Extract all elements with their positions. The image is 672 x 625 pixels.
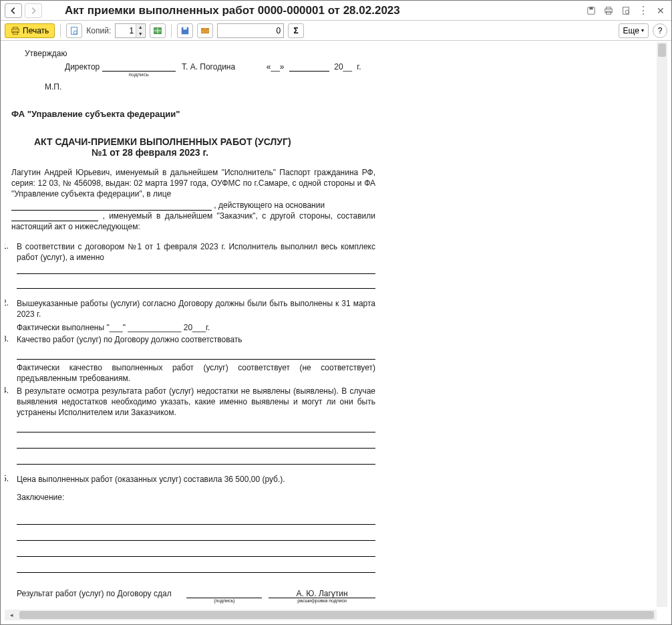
- date-year-prefix: 20__: [334, 62, 352, 72]
- approve-label: Утверждаю: [11, 49, 626, 58]
- document-viewport: Утверждаю Директор подпись Т. А. Погодин…: [5, 42, 667, 620]
- sum-button[interactable]: Σ: [288, 23, 304, 38]
- nav-forward-button[interactable]: [25, 3, 42, 18]
- org-name: ФА "Управление субъекта федерации": [11, 109, 626, 119]
- stamp-mp: М.П.: [11, 82, 626, 92]
- titlebar: Акт приемки выполненных работ 0000-00000…: [1, 1, 671, 21]
- page-title: Акт приемки выполненных работ 0000-00000…: [65, 4, 584, 17]
- template-button[interactable]: [150, 23, 166, 38]
- conclusion-label: Заключение:: [17, 493, 375, 502]
- svg-point-6: [625, 10, 629, 13]
- director-line: Директор подпись Т. А. Погодина «__» 20_…: [11, 62, 626, 72]
- kebab-icon[interactable]: ⋮: [637, 4, 650, 17]
- nav-back-button[interactable]: [5, 3, 22, 18]
- preview-icon[interactable]: [619, 4, 633, 17]
- chevron-down-icon: ▾: [641, 27, 644, 33]
- svg-rect-16: [184, 27, 187, 29]
- print-icon[interactable]: [602, 4, 615, 17]
- print-button-label: Печать: [23, 26, 49, 35]
- copies-input[interactable]: 1 ▲▼: [115, 23, 146, 38]
- list-item-3: 3. Качество работ (услуг) по Договору до…: [5, 334, 375, 384]
- act-subtitle: №1 от 28 февраля 2023 г.: [11, 147, 375, 158]
- list-item-2: 2. Вышеуказанные работы (услуги) согласн…: [5, 298, 375, 334]
- mail-button[interactable]: [197, 23, 213, 38]
- decode-field-sent: А. Ю. Лагутин расшифровка подписи: [269, 589, 375, 598]
- num-field[interactable]: 0: [217, 23, 284, 38]
- scrollbar-horizontal[interactable]: ◂: [5, 610, 657, 620]
- close-icon[interactable]: ✕: [654, 4, 667, 17]
- num-value: 0: [277, 26, 281, 35]
- print-button[interactable]: Печать: [5, 23, 55, 38]
- director-name: Т. А. Погодина: [182, 62, 235, 72]
- help-button[interactable]: ?: [653, 23, 667, 38]
- director-label: Директор: [65, 62, 100, 72]
- window-frame: Акт приемки выполненных работ 0000-00000…: [0, 0, 672, 625]
- list-item-4: 4. В результате осмотра результата работ…: [5, 386, 375, 465]
- list-item-1: 1. В соответствии с договором №1 от 1 фе…: [5, 241, 375, 288]
- sign-sent-label: Результат работ (услуг) по Договору сдал: [17, 589, 180, 598]
- intro-paragraph: Лагутин Андрей Юрьевич, именуемый в даль…: [11, 167, 375, 232]
- svg-point-11: [73, 31, 77, 34]
- save-icon[interactable]: [584, 4, 598, 17]
- date-year-suffix: г.: [357, 62, 361, 72]
- preview-button[interactable]: [66, 23, 82, 38]
- more-button[interactable]: Еще ▾: [619, 23, 649, 38]
- more-label: Еще: [623, 26, 639, 35]
- sign-field-sent: (подпись): [186, 589, 262, 598]
- scrollbar-vertical[interactable]: [657, 42, 667, 607]
- list-item-5: 5. Цена выполненных работ (оказанных усл…: [5, 474, 375, 485]
- date-quote-open: «__»: [267, 62, 285, 72]
- act-title: АКТ СДАЧИ-ПРИЕМКИ ВЫПОЛНЕННЫХ РАБОТ (УСЛ…: [11, 136, 375, 147]
- svg-rect-1: [589, 7, 593, 9]
- director-sign-sub: подпись: [102, 72, 176, 78]
- copies-label: Копий:: [86, 26, 111, 35]
- toolbar: Печать Копий: 1 ▲▼ 0 Σ Еще ▾ ?: [1, 21, 671, 41]
- save-button[interactable]: [177, 23, 193, 38]
